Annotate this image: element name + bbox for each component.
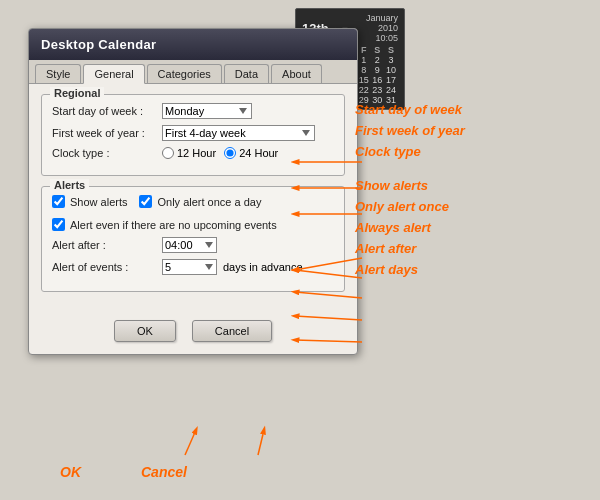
annotation-only-once: Only alert once	[355, 197, 465, 218]
mini-cal-cell: 23	[371, 85, 385, 95]
bottom-labels: OK Cancel	[60, 464, 187, 480]
tab-categories[interactable]: Categories	[147, 64, 222, 83]
col-header-f: F	[357, 45, 371, 55]
annotation-start-day: Start day of week	[355, 100, 465, 121]
first-week-select[interactable]: First 4-day week First full week First w…	[162, 125, 315, 141]
mini-cal-cell: 1	[357, 55, 371, 65]
mini-cal-cell: 10	[384, 65, 398, 75]
tab-bar: Style General Categories Data About	[29, 60, 357, 84]
clock-12-label: 12 Hour	[177, 147, 216, 159]
tab-general[interactable]: General	[83, 64, 144, 84]
dialog-content: Regional Start day of week : Monday Sund…	[29, 84, 357, 312]
always-alert-checkbox[interactable]	[52, 218, 65, 231]
mini-cal-cell: 16	[371, 75, 385, 85]
dialog: Desktop Calendar Style General Categorie…	[28, 28, 358, 355]
mini-cal-cell: 8	[357, 65, 371, 75]
clock-type-label: Clock type :	[52, 147, 162, 159]
alert-after-select[interactable]: 04:00 05:00 06:00 07:00 08:00	[162, 237, 217, 253]
start-day-row: Start day of week : Monday Sunday Saturd…	[52, 103, 334, 119]
alerts-checkboxes-row1: Show alerts Only alert once a day	[52, 195, 334, 213]
always-alert-row[interactable]: Alert even if there are no upcoming even…	[52, 218, 334, 231]
cancel-button[interactable]: Cancel	[192, 320, 272, 342]
dialog-title: Desktop Calendar	[41, 37, 156, 52]
mini-cal-cell: 15	[357, 75, 371, 85]
alerts-label: Alerts	[50, 179, 89, 191]
annotation-alert-after: Alert after	[355, 239, 465, 260]
start-day-label: Start day of week :	[52, 105, 162, 117]
days-advance-label: days in advance	[223, 261, 303, 273]
clock-12-option[interactable]: 12 Hour	[162, 147, 216, 159]
clock-24-radio[interactable]	[224, 147, 236, 159]
mini-cal-time: 10:05	[366, 33, 398, 43]
svg-line-9	[185, 430, 196, 455]
col-header-s2: S	[384, 45, 398, 55]
first-week-label: First week of year :	[52, 127, 162, 139]
mini-cal-cell: 9	[371, 65, 385, 75]
mini-cal-year: 2010	[366, 23, 398, 33]
mini-cal-cell: 17	[384, 75, 398, 85]
first-week-row: First week of year : First 4-day week Fi…	[52, 125, 334, 141]
alert-after-row: Alert after : 04:00 05:00 06:00 07:00 08…	[52, 237, 334, 253]
always-alert-label: Alert even if there are no upcoming even…	[70, 219, 277, 231]
show-alerts-checkbox[interactable]	[52, 195, 65, 208]
regional-group: Regional Start day of week : Monday Sund…	[41, 94, 345, 176]
only-once-label: Only alert once a day	[157, 196, 261, 208]
mini-cal-cell: 22	[357, 85, 371, 95]
clock-type-row: Clock type : 12 Hour 24 Hour	[52, 147, 334, 159]
dialog-buttons: OK Cancel	[29, 312, 357, 354]
mini-cal-cell: 24	[384, 85, 398, 95]
annotations: Start day of week First week of year Clo…	[355, 100, 465, 280]
annotation-alert-days: Alert days	[355, 260, 465, 281]
only-once-checkbox[interactable]	[139, 195, 152, 208]
col-header-s: S	[371, 45, 385, 55]
alerts-group: Alerts Show alerts Only alert once a day…	[41, 186, 345, 292]
tab-data[interactable]: Data	[224, 64, 269, 83]
mini-cal-cell: 2	[371, 55, 385, 65]
regional-label: Regional	[50, 87, 104, 99]
clock-24-label: 24 Hour	[239, 147, 278, 159]
bottom-cancel-label: Cancel	[141, 464, 187, 480]
svg-line-10	[258, 430, 264, 455]
annotation-first-week: First week of year	[355, 121, 465, 142]
annotation-show-alerts: Show alerts	[355, 176, 465, 197]
clock-24-option[interactable]: 24 Hour	[224, 147, 278, 159]
alert-events-label: Alert of events :	[52, 261, 162, 273]
mini-cal-cell: 3	[384, 55, 398, 65]
alert-after-label: Alert after :	[52, 239, 162, 251]
start-day-select[interactable]: Monday Sunday Saturday	[162, 103, 252, 119]
dialog-titlebar: Desktop Calendar	[29, 29, 357, 60]
annotation-clock-type: Clock type	[355, 142, 465, 163]
mini-cal-month: January	[366, 13, 398, 23]
tab-style[interactable]: Style	[35, 64, 81, 83]
tab-about[interactable]: About	[271, 64, 322, 83]
alert-events-row: Alert of events : 3 5 7 10 14 days in ad…	[52, 259, 334, 275]
annotation-always-alert: Always alert	[355, 218, 465, 239]
clock-12-radio[interactable]	[162, 147, 174, 159]
clock-radio-group: 12 Hour 24 Hour	[162, 147, 278, 159]
show-alerts-option[interactable]: Show alerts	[52, 195, 127, 208]
only-once-option[interactable]: Only alert once a day	[139, 195, 261, 208]
alert-events-select[interactable]: 3 5 7 10 14	[162, 259, 217, 275]
ok-button[interactable]: OK	[114, 320, 176, 342]
bottom-ok-label: OK	[60, 464, 81, 480]
show-alerts-label: Show alerts	[70, 196, 127, 208]
